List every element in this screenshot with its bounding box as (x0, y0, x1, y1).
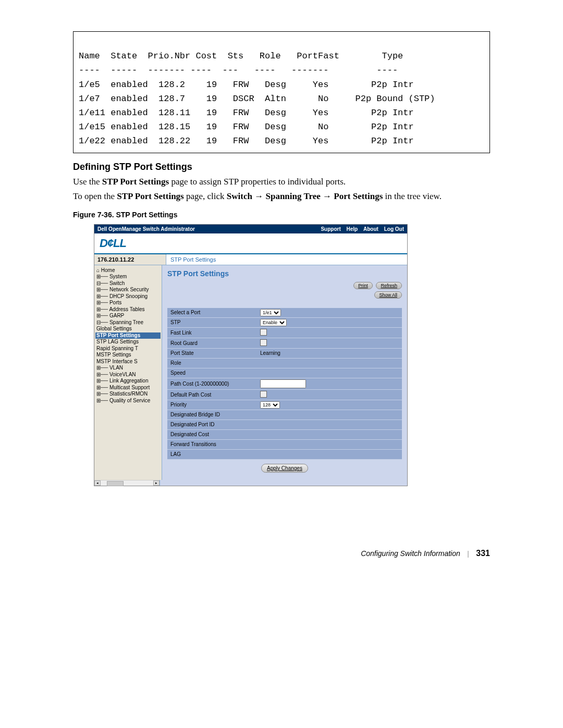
strong-text: Spanning Tree (265, 191, 320, 201)
nav-item[interactable]: ⊞── GARP (95, 313, 161, 319)
page-number: 331 (476, 549, 490, 558)
text: page, click (184, 191, 227, 201)
cli-row: 1/e15 enabled 128.15 19 FRW Desg No P2p … (79, 122, 414, 132)
nav-item[interactable]: ⊞── VLAN (95, 365, 161, 372)
field-label: Designated Bridge ID (167, 410, 257, 419)
nav-scrollbar[interactable]: ◂ ▸ (94, 480, 160, 486)
field-label: Select a Port (167, 308, 257, 318)
dell-logo: D¢LL (100, 237, 126, 250)
apply-changes-button[interactable]: Apply Changes (261, 464, 308, 473)
refresh-button[interactable]: Refresh (376, 282, 402, 289)
field-label: Designated Cost (167, 429, 257, 439)
nav-item[interactable]: Rapid Spanning T (95, 346, 161, 352)
field-label: Forward Transitions (167, 439, 257, 449)
cli-row: 1/e7 enabled 128.7 19 DSCR Altn No P2p B… (79, 94, 435, 104)
nav-item[interactable]: ⊞── Ports (95, 300, 161, 306)
cli-divider: ---- ----- ------- ---- --- ---- -------… (79, 65, 398, 75)
paragraph-1: Use the STP Port Settings page to assign… (73, 176, 490, 189)
chapter-name: Configuring Switch Information (361, 549, 460, 558)
field-label: Speed (167, 368, 257, 378)
arrow-icon: → (254, 191, 263, 201)
separator-icon: | (468, 549, 469, 558)
cli-output-box: Name State Prio.Nbr Cost Sts Role PortFa… (73, 31, 490, 153)
settings-form: Select a Port 1/e1 STP Enable Fast Link … (167, 308, 402, 460)
logo-bar: D¢LL (94, 233, 407, 254)
root-guard-checkbox[interactable] (260, 339, 267, 346)
help-link[interactable]: Help (347, 226, 358, 232)
field-label: Role (167, 358, 257, 368)
cli-row: 1/e5 enabled 128.2 19 FRW Desg Yes P2p I… (79, 80, 414, 90)
nav-item[interactable]: ⊞── Network Security (95, 287, 161, 293)
nav-item[interactable]: Global Settings (95, 326, 161, 332)
priority-dropdown[interactable]: 128 (260, 401, 280, 409)
nav-item[interactable]: ⊞── DHCP Snooping (95, 293, 161, 300)
nav-item[interactable]: ⊞── Multicast Support (95, 385, 161, 391)
stp-dropdown[interactable]: Enable (260, 319, 287, 326)
field-label: Fast Link (167, 327, 257, 338)
strong-text: STP Port Settings (117, 191, 183, 201)
nav-item[interactable]: ⊞── Link Aggregation (95, 378, 161, 385)
nav-item[interactable]: ⊞── System (95, 274, 161, 280)
field-label: Designated Port ID (167, 419, 257, 429)
paragraph-2: To open the STP Port Settings page, clic… (73, 190, 490, 203)
scroll-left-icon[interactable]: ◂ (94, 480, 101, 486)
page-title: STP Port Settings (167, 269, 402, 278)
port-state-value: Learning (257, 348, 402, 358)
strong-text: Port Settings (334, 191, 383, 201)
select-port-dropdown[interactable]: 1/e1 (260, 309, 281, 316)
field-label: Port State (167, 348, 257, 358)
logout-link[interactable]: Log Out (384, 226, 404, 232)
field-label: STP (167, 317, 257, 327)
strong-text: Switch (227, 191, 252, 201)
cli-row: 1/e11 enabled 128.11 19 FRW Desg Yes P2p… (79, 108, 414, 118)
nav-item[interactable]: ⌂ Home (95, 267, 161, 274)
show-all-button[interactable]: Show All (374, 291, 402, 299)
nav-item[interactable]: MSTP Interface S (95, 359, 161, 365)
page-footer: Configuring Switch Information | 331 (73, 549, 490, 558)
nav-item[interactable]: ⊞── Statistics/RMON (95, 391, 161, 398)
field-label: LAG (167, 449, 257, 459)
cli-row: 1/e22 enabled 128.22 19 FRW Desg Yes P2p… (79, 136, 414, 146)
path-cost-input[interactable] (260, 379, 306, 388)
window-title: Dell OpenManage Switch Administrator (97, 226, 195, 232)
nav-item[interactable]: STP LAG Settings (95, 339, 161, 346)
about-link[interactable]: About (363, 226, 378, 232)
breadcrumb: STP Port Settings (166, 254, 407, 265)
scroll-right-icon[interactable]: ▸ (153, 480, 160, 486)
field-label: Default Path Cost (167, 389, 257, 400)
nav-item[interactable]: ⊟── Switch (95, 280, 161, 287)
nav-item[interactable]: MSTP Settings (95, 352, 161, 359)
nav-item[interactable]: STP Port Settings (95, 332, 161, 339)
nav-item[interactable]: ⊞── VoiceVLAN (95, 372, 161, 378)
top-links: Support Help About Log Out (316, 226, 404, 232)
ip-address: 176.210.11.22 (94, 254, 166, 265)
figure-caption: Figure 7-36. STP Port Settings (73, 211, 490, 219)
window-titlebar: Dell OpenManage Switch Administrator Sup… (94, 225, 407, 233)
nav-item[interactable]: ⊟── Spanning Tree (95, 319, 161, 326)
cli-header: Name State Prio.Nbr Cost Sts Role PortFa… (79, 51, 403, 61)
section-heading: Defining STP Port Settings (73, 162, 490, 172)
strong-text: STP Port Settings (102, 177, 169, 187)
default-path-cost-checkbox[interactable] (260, 391, 267, 398)
nav-item[interactable]: ⊞── Quality of Service (95, 398, 161, 404)
support-link[interactable]: Support (321, 226, 340, 232)
main-panel: STP Port Settings Print Refresh Show All… (162, 265, 407, 480)
text: page to assign STP properties to individ… (169, 177, 346, 187)
field-label: Priority (167, 400, 257, 410)
field-label: Path Cost (1-200000000) (167, 378, 257, 389)
text: To open the (73, 191, 117, 201)
fast-link-checkbox[interactable] (260, 329, 267, 336)
text: in the tree view. (383, 191, 442, 201)
nav-item[interactable]: ⊞── Address Tables (95, 306, 161, 313)
nav-tree[interactable]: ⌂ Home⊞── System⊟── Switch ⊞── Network S… (94, 265, 162, 480)
text: Use the (73, 177, 102, 187)
print-button[interactable]: Print (353, 282, 373, 289)
screenshot-panel: Dell OpenManage Switch Administrator Sup… (94, 224, 408, 486)
field-label: Root Guard (167, 338, 257, 348)
arrow-icon: → (323, 191, 332, 201)
